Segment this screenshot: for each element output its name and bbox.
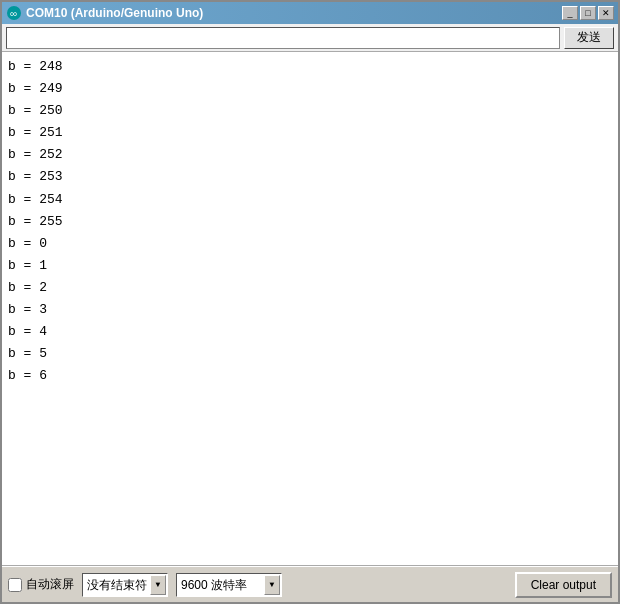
output-line: b = 252 <box>8 144 612 166</box>
serial-input[interactable] <box>6 27 560 49</box>
autoscroll-checkbox[interactable] <box>8 578 22 592</box>
autoscroll-label: 自动滚屏 <box>26 576 74 593</box>
output-line: b = 6 <box>8 365 612 387</box>
output-line: b = 4 <box>8 321 612 343</box>
status-bar: 自动滚屏 没有结束符换行回车换行+回车 ▼ 300 波特率1200 波特率240… <box>2 566 618 602</box>
output-line: b = 255 <box>8 211 612 233</box>
svg-text:∞: ∞ <box>10 8 17 19</box>
output-line: b = 248 <box>8 56 612 78</box>
baudrate-dropdown-wrapper: 300 波特率1200 波特率2400 波特率4800 波特率9600 波特率1… <box>176 573 282 597</box>
output-line: b = 249 <box>8 78 612 100</box>
minimize-button[interactable]: _ <box>562 6 578 20</box>
baudrate-dropdown[interactable]: 300 波特率1200 波特率2400 波特率4800 波特率9600 波特率1… <box>176 573 282 597</box>
terminator-dropdown[interactable]: 没有结束符换行回车换行+回车 <box>82 573 168 597</box>
output-line: b = 254 <box>8 189 612 211</box>
serial-output[interactable]: b = 248b = 249b = 250b = 251b = 252b = 2… <box>2 52 618 566</box>
output-line: b = 0 <box>8 233 612 255</box>
close-button[interactable]: ✕ <box>598 6 614 20</box>
serial-monitor-window: ∞ COM10 (Arduino/Genuino Uno) _ □ ✕ 发送 b… <box>0 0 620 604</box>
title-buttons: _ □ ✕ <box>562 6 614 20</box>
arduino-icon: ∞ <box>6 5 22 21</box>
title-bar: ∞ COM10 (Arduino/Genuino Uno) _ □ ✕ <box>2 2 618 24</box>
autoscroll-checkbox-label[interactable]: 自动滚屏 <box>8 576 74 593</box>
output-line: b = 1 <box>8 255 612 277</box>
output-line: b = 3 <box>8 299 612 321</box>
maximize-button[interactable]: □ <box>580 6 596 20</box>
title-bar-left: ∞ COM10 (Arduino/Genuino Uno) <box>6 5 203 21</box>
send-button[interactable]: 发送 <box>564 27 614 49</box>
output-line: b = 2 <box>8 277 612 299</box>
clear-output-button[interactable]: Clear output <box>515 572 612 598</box>
terminator-dropdown-wrapper: 没有结束符换行回车换行+回车 ▼ <box>82 573 168 597</box>
output-line: b = 253 <box>8 166 612 188</box>
output-line: b = 5 <box>8 343 612 365</box>
toolbar: 发送 <box>2 24 618 52</box>
output-line: b = 251 <box>8 122 612 144</box>
title-text: COM10 (Arduino/Genuino Uno) <box>26 6 203 20</box>
output-line: b = 250 <box>8 100 612 122</box>
